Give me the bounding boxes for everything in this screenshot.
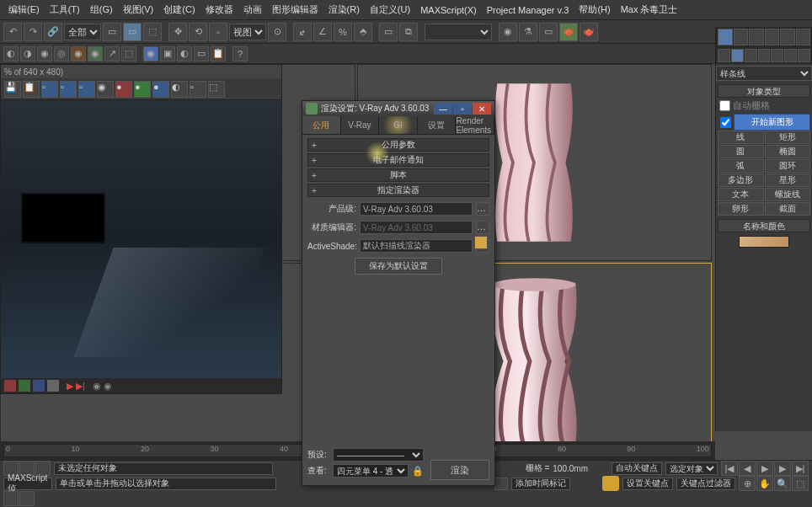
tab-gi[interactable]: GI (379, 116, 418, 134)
rectangle-button[interactable]: 矩形 (765, 131, 811, 144)
menu-render[interactable]: 渲染(R) (323, 3, 365, 16)
setkey-button[interactable]: 设置关键点 (622, 478, 673, 490)
object-color-swatch[interactable] (739, 236, 789, 248)
render-g-button[interactable]: ● (134, 81, 151, 98)
section-button[interactable]: 截面 (765, 202, 811, 216)
start-shape-checkbox[interactable] (720, 117, 731, 128)
goto-start-button[interactable]: |◀ (721, 461, 738, 476)
render-button[interactable]: 🫖 (559, 23, 578, 41)
render-mono-button[interactable]: ▫ (190, 81, 206, 98)
donut-button[interactable]: 圆环 (765, 159, 811, 173)
named-sel-button[interactable]: ▭ (379, 23, 398, 41)
autogrid-checkbox[interactable] (719, 100, 730, 111)
object-type-header[interactable]: 对象类型 (718, 84, 810, 98)
add-time-tag-button[interactable]: 添加时间标记 (511, 478, 570, 490)
circle-button[interactable]: 圆 (718, 145, 764, 158)
redo-button[interactable]: ↷ (24, 23, 42, 41)
status-btn-4[interactable] (3, 491, 19, 506)
next-frame-button[interactable]: ▶ (774, 461, 791, 476)
rollout-assign-renderer[interactable]: 指定渲染器 (307, 184, 489, 197)
tool-btn-12[interactable]: ▭ (194, 46, 209, 61)
menu-antivirus[interactable]: Max 杀毒卫士 (616, 3, 683, 16)
render-toggle-button[interactable]: ⬚ (208, 81, 225, 98)
tab-settings[interactable]: 设置 (418, 116, 457, 134)
key-filters-button[interactable]: 关键点过滤器 (676, 478, 735, 490)
material-editor-button[interactable]: ◉ (499, 23, 517, 41)
geometry-cat[interactable] (718, 49, 730, 62)
menu-projectmgr[interactable]: Project Manager v.3 (482, 5, 574, 15)
lights-cat[interactable] (745, 49, 757, 62)
rollout-scripts[interactable]: 脚本 (307, 168, 489, 182)
tool-btn-4[interactable]: ◎ (54, 46, 69, 61)
rollout-email[interactable]: 电子邮件通知 (307, 153, 489, 167)
helix-button[interactable]: 螺旋线 (765, 188, 811, 201)
menu-view[interactable]: 视图(V) (118, 3, 159, 16)
menu-help[interactable]: 帮助(H) (574, 3, 615, 16)
arc-button[interactable]: 弧 (718, 159, 764, 173)
rollout-common-params[interactable]: 公用参数 (307, 138, 489, 152)
render-rgb-button[interactable]: ◉ (97, 81, 114, 98)
tool-btn-13[interactable]: 📋 (211, 46, 226, 61)
named-selection-dropdown[interactable] (425, 24, 492, 40)
link-button[interactable]: 🔗 (44, 23, 62, 41)
render-setup-button[interactable]: ⚗ (519, 23, 537, 41)
text-button[interactable]: 文本 (718, 188, 764, 201)
set-key-icon[interactable] (602, 476, 619, 491)
shapes-cat[interactable] (731, 49, 744, 62)
render-button[interactable]: 渲染 (430, 460, 489, 480)
menu-edit[interactable]: 编辑(E) (3, 3, 45, 16)
prev-frame-button[interactable]: ◀ (739, 461, 756, 476)
render-print-button[interactable]: ▫ (78, 81, 95, 98)
tool-btn-2[interactable]: ◑ (20, 46, 35, 61)
cameras-cat[interactable] (758, 49, 771, 62)
teapot-button[interactable]: 🫖 (580, 23, 598, 41)
menu-tools[interactable]: 工具(T) (45, 3, 85, 16)
select-name-button[interactable]: ▭ (123, 23, 142, 41)
helpers-cat[interactable] (771, 49, 783, 62)
motion-tab[interactable] (765, 29, 780, 45)
menu-customize[interactable]: 自定义(U) (365, 3, 415, 16)
view-lock-button[interactable]: 🔒 (412, 466, 424, 477)
tool-btn-11[interactable]: ◐ (177, 46, 192, 61)
scale-button[interactable]: ▫ (209, 23, 227, 41)
tool-btn-10[interactable]: ▣ (160, 46, 175, 61)
dialog-titlebar[interactable]: 渲染设置: V-Ray Adv 3.60.03 — ▫ ✕ (302, 101, 494, 116)
close-button[interactable]: ✕ (473, 103, 491, 115)
tool-btn-8[interactable]: ⬚ (121, 46, 136, 61)
menu-graph[interactable]: 图形编辑器 (267, 3, 323, 16)
nav-btn-1[interactable]: ⊕ (739, 476, 756, 491)
goto-end-button[interactable]: ▶| (792, 461, 809, 476)
menu-maxscript[interactable]: MAXScript(X) (415, 5, 482, 15)
key-mode-dropdown[interactable]: 选定对象 (665, 462, 718, 475)
menu-create[interactable]: 创建(C) (158, 3, 200, 16)
material-browse-button[interactable]: … (476, 221, 489, 234)
systems-cat[interactable] (798, 49, 810, 62)
autokey-button[interactable]: 自动关键点 (612, 462, 662, 475)
star-button[interactable]: 星形 (765, 173, 811, 187)
render-clear-button[interactable]: ▫ (60, 81, 77, 98)
tool-btn-5[interactable]: ◉ (71, 46, 86, 61)
render-save-button[interactable]: 💾 (4, 81, 21, 98)
utilities-tab[interactable] (796, 29, 811, 45)
snap-button[interactable]: ⸙ (293, 23, 312, 41)
product-browse-button[interactable]: … (476, 202, 489, 216)
angle-snap-button[interactable]: ∠ (313, 23, 332, 41)
nav-btn-2[interactable]: ✋ (756, 476, 773, 491)
render-b-button[interactable]: ● (152, 81, 169, 98)
selection-filter-dropdown[interactable]: 全部 (64, 24, 101, 40)
rotate-button[interactable]: ⟲ (189, 23, 207, 41)
tool-btn-7[interactable]: ↗ (104, 46, 120, 61)
shape-type-dropdown[interactable]: 样条线 (716, 66, 812, 81)
percent-snap-button[interactable]: % (334, 23, 352, 41)
time-tag-icon[interactable] (494, 478, 508, 490)
spinner-snap-button[interactable]: ⬘ (354, 23, 372, 41)
help-button[interactable]: ? (232, 46, 248, 61)
activeshade-renderer-field[interactable]: 默认扫描线渲染器 (360, 239, 473, 253)
render-alpha-button[interactable]: ◐ (171, 81, 188, 98)
ngon-button[interactable]: 多边形 (718, 173, 764, 187)
view-dropdown[interactable]: 四元菜单 4 - 透 (333, 464, 409, 478)
display-tab[interactable] (780, 29, 795, 45)
product-renderer-field[interactable]: V-Ray Adv 3.60.03 (360, 202, 473, 216)
preset-dropdown[interactable]: ———————— (333, 448, 424, 462)
tool-btn-3[interactable]: ◉ (37, 46, 52, 61)
